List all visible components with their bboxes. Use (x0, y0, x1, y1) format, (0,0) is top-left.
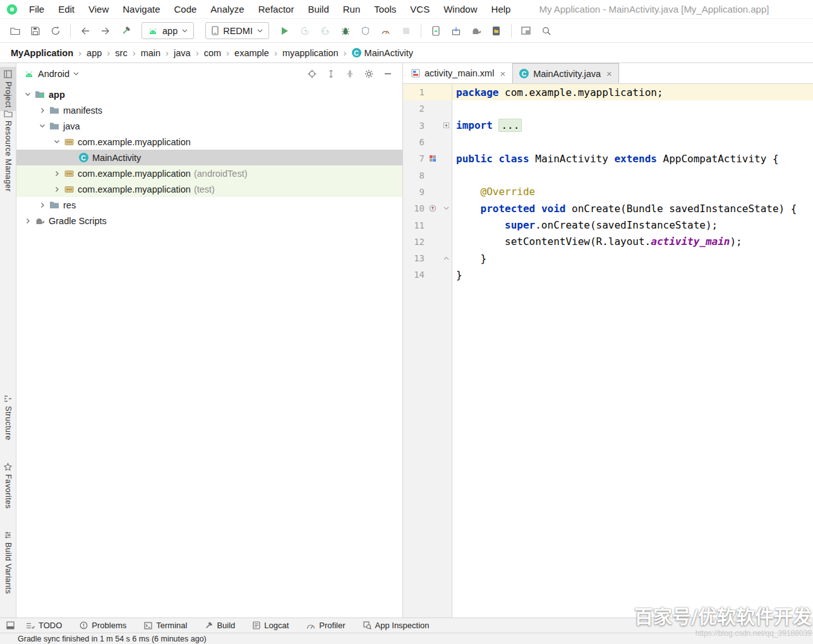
toolwindow-button-app-inspection[interactable]: App Inspection (354, 618, 438, 633)
chevron-right-icon[interactable] (52, 186, 62, 193)
tab-mainactivity-java[interactable]: CMainActivity.java× (512, 63, 619, 83)
menu-item-analyze[interactable]: Analyze (203, 2, 251, 16)
code-line-2[interactable]: 2 (403, 100, 813, 117)
collapse-all-icon[interactable] (341, 66, 358, 81)
tree-item-com-example-myapplication-androidtest[interactable]: com.example.myapplication(androidTest) (16, 165, 402, 181)
toolwindow-button-build[interactable]: Build (196, 618, 244, 633)
back-icon[interactable] (75, 22, 95, 40)
breadcrumb-item-src[interactable]: src (113, 47, 129, 59)
tree-item-mainactivity[interactable]: CMainActivity (16, 150, 402, 165)
breadcrumb-item-app[interactable]: app (85, 47, 104, 59)
menu-item-window[interactable]: Window (437, 2, 484, 16)
locate-icon[interactable] (303, 66, 320, 81)
tool-stripe-structure[interactable]: Structure (0, 391, 16, 443)
tool-stripe-resource-manager[interactable]: Resource Manager (0, 107, 16, 195)
tree-item-com-example-myapplication[interactable]: com.example.myapplication (16, 134, 402, 150)
tool-stripe-favorites[interactable]: Favorites (0, 460, 16, 512)
tree-item-manifests[interactable]: manifests (16, 102, 402, 118)
forward-icon[interactable] (95, 22, 116, 40)
open-icon[interactable] (5, 22, 25, 40)
tree-item-com-example-myapplication-test[interactable]: com.example.myapplication(test) (16, 181, 402, 197)
chevron-down-icon[interactable] (37, 124, 47, 128)
fold-plus-icon[interactable] (441, 122, 451, 128)
code-line-1[interactable]: 1package com.example.myapplication; (403, 84, 813, 100)
code-line-8[interactable]: 8 (403, 167, 813, 183)
fold-down-icon[interactable] (441, 206, 451, 210)
breadcrumb-item-myapplication[interactable]: MyApplication (9, 47, 75, 59)
toolwindow-switcher-icon[interactable] (6, 621, 15, 629)
debug-icon[interactable] (335, 22, 356, 40)
menu-item-file[interactable]: File (22, 2, 51, 16)
device-file-explorer-icon[interactable] (486, 22, 507, 40)
expand-all-icon[interactable] (322, 66, 339, 81)
gradle-sync-icon[interactable] (466, 22, 486, 40)
apply-changes-icon[interactable] (295, 22, 315, 40)
override-gutter-icon[interactable] (425, 205, 441, 212)
close-tab-icon[interactable]: × (606, 68, 612, 79)
code-line-14[interactable]: 14} (403, 266, 813, 283)
close-tab-icon[interactable]: × (500, 68, 505, 79)
chevron-right-icon[interactable] (52, 170, 62, 177)
tree-item-gradle-scripts[interactable]: Gradle Scripts (16, 213, 402, 229)
breadcrumb-item-myapplication[interactable]: myapplication (280, 47, 340, 59)
toolwindow-button-profiler[interactable]: Profiler (298, 618, 354, 633)
toolwindow-button-terminal[interactable]: Terminal (135, 618, 196, 633)
save-icon[interactable] (25, 22, 45, 40)
sdk-manager-icon[interactable] (446, 22, 466, 40)
device-select[interactable]: REDMI (205, 22, 269, 39)
menu-item-vcs[interactable]: VCS (403, 2, 437, 16)
menu-item-run[interactable]: Run (336, 2, 368, 16)
stop-icon[interactable] (396, 22, 416, 40)
menu-item-build[interactable]: Build (301, 2, 335, 16)
code-line-12[interactable]: 12 setContentView(R.layout.activity_main… (403, 234, 813, 250)
build-hammer-icon[interactable] (116, 22, 136, 40)
toolwindow-button-logcat[interactable]: Logcat (244, 618, 298, 633)
menu-item-tools[interactable]: Tools (367, 2, 403, 16)
breadcrumb-item-java[interactable]: java (172, 47, 193, 59)
run-config-select[interactable]: app (142, 22, 194, 39)
avd-manager-icon[interactable] (426, 22, 446, 40)
apply-code-changes-icon[interactable] (315, 22, 335, 40)
run-coverage-icon[interactable] (356, 22, 376, 40)
tree-item-res[interactable]: res (16, 197, 402, 213)
tree-item-java[interactable]: java (16, 118, 402, 134)
toolwindow-button-problems[interactable]: Problems (71, 618, 135, 633)
breadcrumb-item-main[interactable]: main (139, 47, 162, 59)
related-resource-gutter-icon[interactable] (425, 155, 441, 162)
chevron-right-icon[interactable] (23, 218, 33, 224)
menu-item-refactor[interactable]: Refactor (251, 2, 301, 16)
chevron-right-icon[interactable] (37, 202, 47, 208)
tree-item-app[interactable]: app (16, 86, 402, 102)
chevron-down-icon[interactable] (52, 140, 62, 144)
tab-activity-main-xml[interactable]: activity_main.xml× (404, 63, 512, 83)
code-line-11[interactable]: 11 super.onCreate(savedInstanceState); (403, 217, 813, 233)
chevron-right-icon[interactable] (37, 107, 47, 114)
code-line-13[interactable]: 13 } (403, 250, 813, 266)
menu-item-edit[interactable]: Edit (51, 2, 81, 16)
code-line-6[interactable]: 6 (403, 134, 813, 150)
layout-inspector-icon[interactable] (516, 22, 536, 40)
settings-icon[interactable] (360, 66, 377, 81)
menu-item-code[interactable]: Code (167, 2, 203, 16)
run-icon[interactable] (275, 22, 295, 40)
menu-item-view[interactable]: View (81, 2, 116, 16)
breadcrumb-item-mainactivity[interactable]: CMainActivity (350, 47, 415, 59)
tool-stripe-project[interactable]: Project (0, 67, 16, 111)
toolwindow-button-todo[interactable]: TODO (17, 618, 71, 633)
hide-icon[interactable] (379, 66, 396, 81)
code-line-3[interactable]: 3import ... (403, 117, 813, 134)
profile-icon[interactable] (376, 22, 396, 40)
tool-stripe-build-variants[interactable]: Build Variants (0, 528, 16, 597)
search-icon[interactable] (536, 22, 557, 40)
code-line-10[interactable]: 10 protected void onCreate(Bundle savedI… (403, 200, 813, 217)
fold-up-icon[interactable] (441, 256, 451, 260)
chevron-down-icon[interactable] (23, 92, 33, 97)
menu-item-help[interactable]: Help (485, 2, 518, 16)
sync-icon[interactable] (45, 22, 66, 40)
project-view-selector[interactable]: Android (38, 69, 69, 79)
code-line-9[interactable]: 9 @Override (403, 184, 813, 200)
code-line-7[interactable]: 7public class MainActivity extends AppCo… (403, 150, 813, 167)
breadcrumb-item-com[interactable]: com (202, 47, 223, 59)
breadcrumb-item-example[interactable]: example (232, 47, 271, 59)
menu-item-navigate[interactable]: Navigate (116, 2, 167, 16)
